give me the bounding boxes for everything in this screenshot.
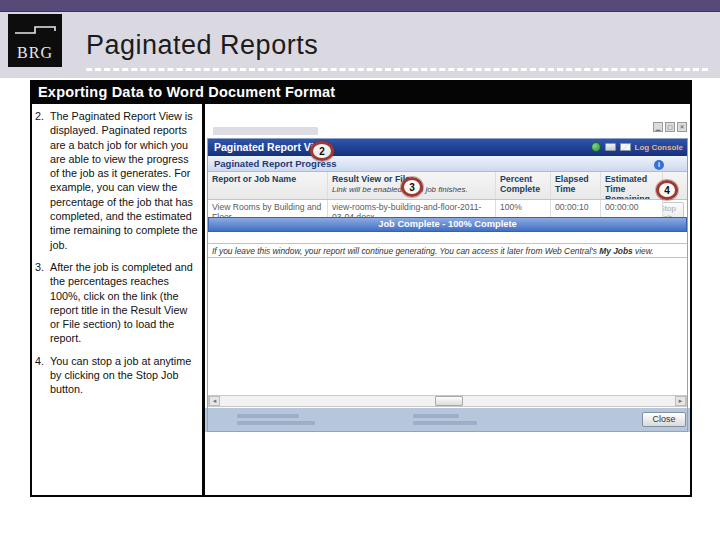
callout-3: 3: [401, 177, 423, 197]
col-header-result-note: Link will be enabled when job finishes.: [332, 185, 468, 194]
faded-background-title: [213, 127, 318, 135]
stop-job-button[interactable]: Stop Job: [663, 202, 684, 217]
faded-background-text: [237, 414, 299, 418]
note-my-jobs: My Jobs: [599, 246, 633, 256]
scrollbar-thumb[interactable]: [435, 396, 463, 406]
list-item-text: You can stop a job at anytime by clickin…: [50, 354, 199, 397]
col-header-elapsed: Elapsed Time: [551, 172, 601, 199]
list-item: 3. After the job is completed and the pe…: [35, 260, 199, 346]
dialog-titlebar: Paginated Report View Log Console: [208, 139, 687, 156]
faded-background-text: [413, 421, 477, 425]
title-underline: [86, 68, 708, 71]
window-controls: ▁ ▢ ✕: [653, 122, 687, 132]
list-item-number: 3.: [35, 260, 50, 346]
printer-icon[interactable]: [605, 143, 616, 151]
faded-background-text: [237, 421, 315, 425]
screenshot-panel: ▁ ▢ ✕ Paginated Report View Log Console …: [205, 104, 690, 495]
result-file-link[interactable]: view-rooms-by-building-and-floor-2011-03…: [328, 200, 496, 217]
callout-4: 4: [656, 180, 678, 200]
percent-cell: 100%: [496, 200, 551, 217]
callout-4-number: 4: [659, 183, 675, 198]
note-prefix: If you leave this window, your report wi…: [212, 246, 599, 256]
progress-panel-header: Paginated Report Progress: [208, 156, 687, 172]
col-header-result-label: Result View or File: [332, 174, 410, 184]
logo-text: BRG: [8, 44, 62, 62]
email-icon[interactable]: [620, 143, 631, 151]
content-box: Exporting Data to Word Document Format 2…: [30, 80, 692, 497]
table-header-row: Report or Job Name Result View or File L…: [208, 172, 687, 200]
dialog-footer: Close: [205, 408, 690, 432]
remaining-cell: 00:00:00: [601, 200, 663, 217]
header-band: BRG Paginated Reports: [0, 12, 720, 78]
actions-cell: Stop Job: [663, 200, 687, 217]
col-header-remaining: Estimated Time Remaining: [601, 172, 663, 199]
table-row: View Rooms by Building and Floor view-ro…: [208, 200, 687, 217]
note-text: If you leave this window, your report wi…: [208, 243, 687, 258]
section-header: Exporting Data to Word Document Format: [30, 80, 692, 104]
top-accent-bar: [0, 0, 720, 12]
brg-logo: BRG: [8, 14, 62, 67]
minimize-icon[interactable]: ▁: [653, 122, 663, 132]
maximize-icon[interactable]: ▢: [665, 122, 675, 132]
list-item-number: 2.: [35, 109, 50, 252]
list-item-number: 4.: [35, 354, 50, 397]
list-item-text: After the job is completed and the perce…: [50, 260, 199, 346]
scroll-left-icon[interactable]: ◄: [209, 396, 220, 406]
close-button[interactable]: Close: [642, 412, 686, 427]
list-item: 2. The Paginated Report View is displaye…: [35, 109, 199, 252]
titlebar-link[interactable]: Log Console: [635, 143, 683, 152]
scroll-right-icon[interactable]: ►: [675, 396, 686, 406]
col-header-job-name: Report or Job Name: [208, 172, 328, 199]
progress-bar: Job Complete - 100% Complete: [208, 217, 687, 232]
job-name-cell: View Rooms by Building and Floor: [208, 200, 328, 217]
page-title: Paginated Reports: [86, 30, 318, 61]
faded-background-text: [413, 414, 459, 418]
horizontal-scrollbar[interactable]: ◄ ►: [208, 395, 687, 407]
note-suffix: view.: [633, 246, 654, 256]
info-icon[interactable]: i: [654, 160, 664, 170]
list-item-text: The Paginated Report View is displayed. …: [50, 109, 199, 252]
list-item: 4. You can stop a job at anytime by clic…: [35, 354, 199, 397]
instructions-panel: 2. The Paginated Report View is displaye…: [32, 104, 202, 495]
add-favorite-icon[interactable]: [591, 142, 601, 152]
callout-3-number: 3: [404, 180, 420, 195]
close-icon[interactable]: ✕: [677, 122, 687, 132]
slide: BRG Paginated Reports Exporting Data to …: [0, 0, 720, 540]
elapsed-cell: 00:00:10: [551, 200, 601, 217]
col-header-percent: Percent Complete: [496, 172, 551, 199]
callout-2: 2: [310, 141, 334, 161]
callout-2-number: 2: [313, 144, 331, 159]
